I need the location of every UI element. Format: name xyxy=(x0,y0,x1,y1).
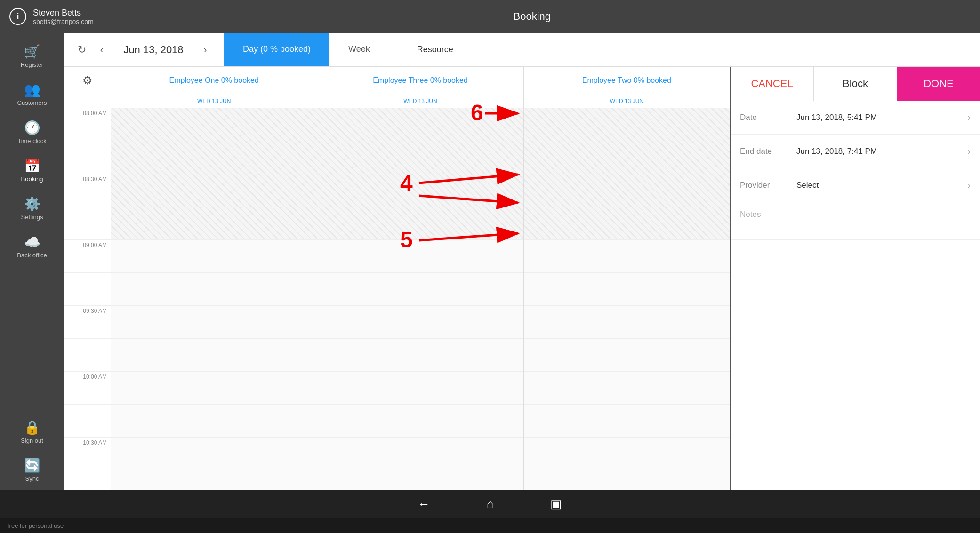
sidebar: 🛒 Register 👥 Customers 🕐 Time clock 📅 Bo… xyxy=(0,33,64,490)
refresh-button[interactable]: ↻ xyxy=(72,40,92,60)
gear-icon: ⚙ xyxy=(82,74,93,87)
sidebar-item-time-clock[interactable]: 🕐 Time clock xyxy=(0,114,64,152)
employee-3-label: Employee Two 0% booked xyxy=(582,76,671,85)
back-office-icon: ☁️ xyxy=(24,236,40,249)
employee-col-header-3[interactable]: Employee Two 0% booked xyxy=(524,67,730,94)
time-cell-e1-5[interactable] xyxy=(111,273,317,306)
sidebar-item-back-office[interactable]: ☁️ Back office xyxy=(0,228,64,266)
free-use-bar: free for personal use xyxy=(0,518,980,533)
sidebar-item-customers[interactable]: 👥 Customers xyxy=(0,76,64,114)
sidebar-item-sync[interactable]: 🔄 Sync xyxy=(0,452,64,490)
time-cell-e2-3[interactable] xyxy=(317,207,523,240)
time-label-0900: 09:00 AM xyxy=(64,240,111,273)
time-cell-e2-8[interactable] xyxy=(317,372,523,405)
top-header: i Steven Betts sbetts@franpos.com Bookin… xyxy=(0,0,980,33)
time-cell-e3-11[interactable] xyxy=(524,470,730,490)
back-button[interactable]: ← xyxy=(418,497,430,511)
home-button[interactable]: ⌂ xyxy=(487,497,494,511)
employee-columns xyxy=(111,108,730,490)
cancel-button[interactable]: CANCEL xyxy=(731,67,814,101)
time-cell-e2-5[interactable] xyxy=(317,273,523,306)
time-label-empty6 xyxy=(64,470,111,490)
done-button[interactable]: DONE xyxy=(897,67,980,101)
time-cell-e3-3[interactable] xyxy=(524,207,730,240)
end-date-chevron-icon: › xyxy=(967,146,971,157)
calendar-body: ⚙ Employee One 0% booked Employee Three … xyxy=(64,67,980,490)
end-date-field-row[interactable]: End date Jun 13, 2018, 7:41 PM › xyxy=(731,135,980,168)
time-cell-e1-6[interactable] xyxy=(111,306,317,339)
emp-col-1 xyxy=(111,108,317,490)
time-cell-e3-4[interactable] xyxy=(524,240,730,273)
time-cell-e2-7[interactable] xyxy=(317,339,523,372)
time-cell-e2-4[interactable] xyxy=(317,240,523,273)
time-cell-e1-8[interactable] xyxy=(111,372,317,405)
right-panel-header: CANCEL Block DONE xyxy=(731,67,980,101)
time-cell-e1-0[interactable] xyxy=(111,108,317,141)
main-layout: 🛒 Register 👥 Customers 🕐 Time clock 📅 Bo… xyxy=(0,33,980,490)
time-cell-e2-10[interactable] xyxy=(317,438,523,470)
tab-week[interactable]: Week xyxy=(329,33,389,66)
time-cell-e2-6[interactable] xyxy=(317,306,523,339)
date-value: Jun 13, 2018, 5:41 PM xyxy=(787,113,967,122)
info-icon: i xyxy=(9,8,26,25)
employee-1-label: Employee One 0% booked xyxy=(169,76,258,85)
right-panel-body: Date Jun 13, 2018, 5:41 PM › End date Ju… xyxy=(731,101,980,490)
time-cell-e1-1[interactable] xyxy=(111,141,317,174)
time-cell-e1-11[interactable] xyxy=(111,470,317,490)
time-cell-e3-8[interactable] xyxy=(524,372,730,405)
time-label-empty5 xyxy=(64,405,111,438)
provider-label: Provider xyxy=(740,181,787,190)
time-cell-e3-5[interactable] xyxy=(524,273,730,306)
provider-field-row[interactable]: Provider Select › xyxy=(731,168,980,202)
time-label-0830: 08:30 AM xyxy=(64,174,111,207)
sidebar-label-customers: Customers xyxy=(17,99,47,106)
sidebar-item-booking[interactable]: 📅 Booking xyxy=(0,152,64,190)
time-cell-e1-10[interactable] xyxy=(111,438,317,470)
time-cell-e1-7[interactable] xyxy=(111,339,317,372)
time-cell-e2-11[interactable] xyxy=(317,470,523,490)
time-cell-e3-9[interactable] xyxy=(524,405,730,438)
time-cell-e3-2[interactable] xyxy=(524,174,730,207)
tab-day[interactable]: Day (0 % booked) xyxy=(224,33,329,66)
sidebar-label-back-office: Back office xyxy=(17,252,47,259)
register-icon: 🛒 xyxy=(24,45,40,58)
date-field-row[interactable]: Date Jun 13, 2018, 5:41 PM › xyxy=(731,101,980,135)
user-details: Steven Betts sbetts@franpos.com xyxy=(33,8,94,25)
next-date-button[interactable]: › xyxy=(196,40,215,60)
date-label: Date xyxy=(740,113,787,122)
emp-col-3 xyxy=(524,108,730,490)
time-cell-e2-1[interactable] xyxy=(317,141,523,174)
recent-apps-button[interactable]: ▣ xyxy=(550,497,562,511)
employee-col-header-2[interactable]: Employee Three 0% booked xyxy=(317,67,523,94)
sidebar-item-register[interactable]: 🛒 Register xyxy=(0,38,64,76)
time-cell-e1-4[interactable] xyxy=(111,240,317,273)
time-cell-e3-7[interactable] xyxy=(524,339,730,372)
sidebar-label-sync: Sync xyxy=(25,475,39,482)
time-cell-e2-2[interactable] xyxy=(317,174,523,207)
time-cell-e3-6[interactable] xyxy=(524,306,730,339)
user-email: sbetts@franpos.com xyxy=(33,18,94,25)
date-sub-col-1: WED 13 JUN xyxy=(111,94,317,108)
time-cell-e1-3[interactable] xyxy=(111,207,317,240)
employee-col-header-1[interactable]: Employee One 0% booked xyxy=(111,67,317,94)
time-cell-e2-9[interactable] xyxy=(317,405,523,438)
time-cell-e2-0[interactable] xyxy=(317,108,523,141)
tab-resource[interactable]: Resource xyxy=(398,45,472,55)
time-cell-e3-1[interactable] xyxy=(524,141,730,174)
time-cell-e1-9[interactable] xyxy=(111,405,317,438)
page-title: Booking xyxy=(94,10,971,23)
end-date-value: Jun 13, 2018, 7:41 PM xyxy=(787,147,967,156)
employee-settings-button[interactable]: ⚙ xyxy=(64,67,111,94)
time-labels: 08:00 AM 08:30 AM 09:00 AM 09:30 AM 10:0… xyxy=(64,108,111,490)
time-cell-e3-0[interactable] xyxy=(524,108,730,141)
time-label-0930: 09:30 AM xyxy=(64,306,111,339)
block-button[interactable]: Block xyxy=(814,67,897,101)
time-cell-e1-2[interactable] xyxy=(111,174,317,207)
prev-date-button[interactable]: ‹ xyxy=(92,40,111,60)
right-panel: CANCEL Block DONE Date Jun 13, 2018, 5:4… xyxy=(731,67,980,490)
time-cell-e3-10[interactable] xyxy=(524,438,730,470)
sidebar-item-settings[interactable]: ⚙️ Settings xyxy=(0,190,64,228)
view-tabs: Day (0 % booked) Week xyxy=(224,33,389,66)
sidebar-item-sign-out[interactable]: 🔒 Sign out xyxy=(0,414,64,452)
user-info: i Steven Betts sbetts@franpos.com xyxy=(9,8,94,25)
